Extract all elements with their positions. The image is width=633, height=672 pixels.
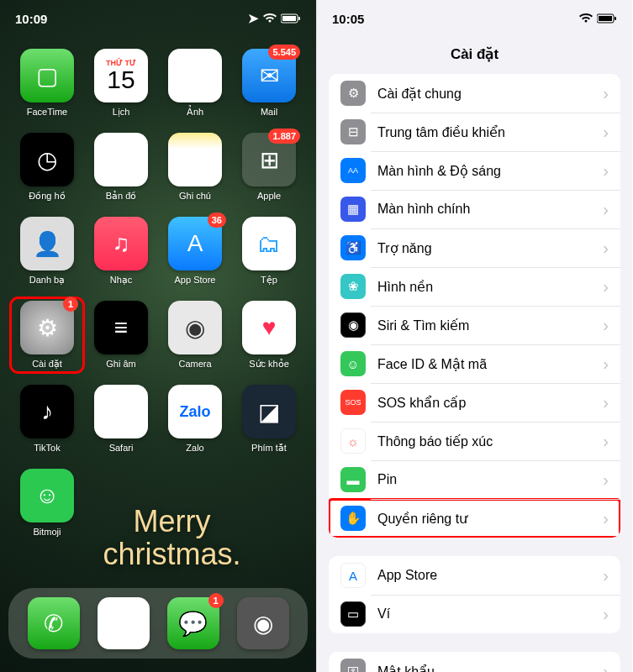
settings-row-sos-kh-n-c-p[interactable]: SOSSOS khẩn cấp› xyxy=(329,383,620,422)
settings-row-h-nh-n-n[interactable]: ❀Hình nền› xyxy=(329,267,620,306)
chevron-right-icon: › xyxy=(603,662,609,673)
home-screen: 10:09 ➤ ▢FaceTimeTHỨ TƯ15Lịch✿Ảnh✉5.545M… xyxy=(0,0,316,672)
row-label: App Store xyxy=(377,568,603,583)
app-đồng-hồ[interactable]: ◷Đồng hồ xyxy=(13,133,81,202)
row-label: Face ID & Mật mã xyxy=(377,356,603,372)
app-label: Ảnh xyxy=(187,107,203,118)
location-icon: ➤ xyxy=(248,11,259,26)
chevron-right-icon: › xyxy=(603,123,609,142)
settings-row-face-id-m-t-m-[interactable]: ☺Face ID & Mật mã› xyxy=(329,344,620,383)
app-danh-bạ[interactable]: 👤Danh bạ xyxy=(13,217,81,286)
app-apple[interactable]: ⊞1.887Apple xyxy=(235,133,303,202)
zalo-icon: Zalo xyxy=(168,385,222,438)
status-bar: 10:05 xyxy=(317,0,632,37)
chevron-right-icon: › xyxy=(603,470,609,490)
app-tệp[interactable]: 🗂Tệp xyxy=(235,217,303,286)
appstore-icon: A36 xyxy=(168,217,222,270)
settings-group: ⚙Cài đặt chung›⊟Trung tâm điều khiển›AAM… xyxy=(329,74,620,538)
settings-row-th-ng-b-o-ti-p-x-c[interactable]: ☼Thông báo tiếp xúc› xyxy=(329,422,620,460)
settings-row-quy-n-ri-ng-t-[interactable]: ✋Quyền riêng tư› xyxy=(329,499,620,538)
app-cài-đặt[interactable]: ⚙1Cài đặt xyxy=(13,301,81,370)
chevron-right-icon: › xyxy=(603,84,609,103)
row-icon: A xyxy=(340,563,366,588)
row-icon: ⚿ xyxy=(340,659,366,672)
cal-icon: THỨ TƯ15 xyxy=(94,49,148,102)
settings-row-c-i-t-chung[interactable]: ⚙Cài đặt chung› xyxy=(329,74,620,113)
chevron-right-icon: › xyxy=(603,605,609,624)
camera-icon: ◉ xyxy=(168,301,222,354)
app-ảnh[interactable]: ✿Ảnh xyxy=(161,49,229,118)
app-bản-đồ[interactable]: ➤Bản đồ xyxy=(87,133,155,202)
settings-row-trung-t-m-i-u-khi-n[interactable]: ⊟Trung tâm điều khiển› xyxy=(329,113,620,151)
row-icon: ⊟ xyxy=(340,119,366,144)
badge: 1 xyxy=(208,593,224,608)
settings-row-siri-t-m-ki-m[interactable]: ◉Siri & Tìm kiếm› xyxy=(329,306,620,344)
app-label: Ghi âm xyxy=(106,359,135,369)
voice-icon: ≡ xyxy=(94,301,148,354)
app-zalo[interactable]: ZaloZalo xyxy=(161,385,229,454)
settings-row-m-n-h-nh-ch-nh[interactable]: ▦Màn hình chính› xyxy=(329,190,620,228)
settings-list[interactable]: ⚙Cài đặt chung›⊟Trung tâm điều khiển›AAM… xyxy=(317,74,632,672)
chevron-right-icon: › xyxy=(603,393,609,412)
app-app-store[interactable]: A36App Store xyxy=(161,217,229,286)
app-sức-khỏe[interactable]: ♥Sức khỏe xyxy=(235,301,303,370)
app-lịch[interactable]: THỨ TƯ15Lịch xyxy=(87,49,155,118)
svg-rect-1 xyxy=(282,16,296,21)
settings-row-v-[interactable]: ▭Ví› xyxy=(329,595,620,633)
app-phím-tắt[interactable]: ◪Phím tắt xyxy=(235,385,303,454)
row-icon: ☺ xyxy=(340,351,366,376)
settings-row-m-n-h-nh-s-ng[interactable]: AAMàn hình & Độ sáng› xyxy=(329,151,620,190)
app-mail[interactable]: ✉5.545Mail xyxy=(235,49,303,118)
app-bitmoji[interactable]: ☺Bitmoji xyxy=(13,469,81,537)
row-label: Màn hình chính xyxy=(377,202,603,217)
row-icon: ◉ xyxy=(340,312,366,338)
app-camera[interactable]: ◉Camera xyxy=(161,301,229,370)
settings-row-pin[interactable]: ▬Pin› xyxy=(329,460,620,499)
app-ghi-âm[interactable]: ≡Ghi âm xyxy=(87,301,155,370)
settings-row-m-t-kh-u[interactable]: ⚿Mật khẩu› xyxy=(329,652,620,672)
chevron-right-icon: › xyxy=(603,566,609,585)
app-label: Đồng hồ xyxy=(29,191,65,202)
dock: ✆✶💬1◉ xyxy=(8,588,308,659)
badge: 1.887 xyxy=(268,129,300,144)
app-tiktok[interactable]: ♪TikTok xyxy=(13,385,81,454)
app-nhạc[interactable]: ♫Nhạc xyxy=(87,217,155,286)
row-icon: ⚙ xyxy=(340,81,366,106)
battery-icon xyxy=(597,12,617,26)
settings-title: Cài đặt xyxy=(317,37,632,75)
chevron-right-icon: › xyxy=(603,161,609,181)
app-label: App Store xyxy=(175,275,216,285)
bitmoji-icon: ☺ xyxy=(20,469,74,522)
safari-dock-icon[interactable]: ✶ xyxy=(98,597,150,649)
phone-dock-icon[interactable]: ✆ xyxy=(28,597,80,649)
row-icon: SOS xyxy=(340,390,366,415)
row-icon: ❀ xyxy=(340,274,366,299)
settings-row-tr-n-ng[interactable]: ♿Trợ năng› xyxy=(329,228,620,267)
messages-dock-icon[interactable]: 💬1 xyxy=(167,597,219,649)
row-icon: ▦ xyxy=(340,197,366,222)
app-label: Bitmoji xyxy=(33,527,61,537)
wifi-icon xyxy=(579,12,593,26)
chevron-right-icon: › xyxy=(603,277,609,297)
row-icon: ▬ xyxy=(340,467,366,492)
row-label: Ví xyxy=(377,606,603,622)
files-icon: 🗂 xyxy=(242,217,296,270)
app-label: Cài đặt xyxy=(32,359,62,370)
row-label: Trung tâm điều khiển xyxy=(377,124,603,140)
home-grid: ▢FaceTimeTHỨ TƯ15Lịch✿Ảnh✉5.545Mail◷Đồng… xyxy=(0,49,316,537)
app-safari[interactable]: ✶Safari xyxy=(87,385,155,454)
tiktok-icon: ♪ xyxy=(20,385,74,438)
app-ghi-chú[interactable]: Ghi chú xyxy=(161,133,229,202)
cam2-dock-icon[interactable]: ◉ xyxy=(237,597,289,649)
row-label: Siri & Tìm kiếm xyxy=(377,318,603,333)
settings-group: ⚿Mật khẩu› xyxy=(329,652,620,672)
app-facetime[interactable]: ▢FaceTime xyxy=(13,49,81,118)
svg-rect-2 xyxy=(298,17,300,20)
row-label: Quyền riêng tư xyxy=(377,511,603,527)
facetime-icon: ▢ xyxy=(20,49,74,102)
settings-row-app-store[interactable]: AApp Store› xyxy=(329,556,620,595)
settings-icon: ⚙1 xyxy=(20,301,74,354)
badge: 36 xyxy=(208,213,226,228)
wallpaper-text: Merry christmas. xyxy=(103,505,240,571)
row-icon: ▭ xyxy=(340,601,366,627)
